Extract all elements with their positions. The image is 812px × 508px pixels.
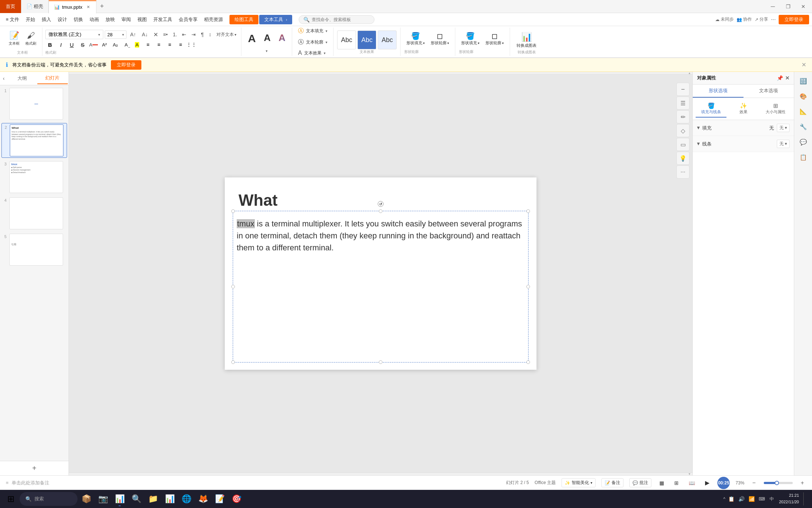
highlight-btn[interactable]: A: [132, 40, 142, 49]
notes-btn[interactable]: 📝备注: [601, 478, 624, 487]
shape-fill-2-btn[interactable]: 🪣 形状填充 ▾: [459, 30, 482, 47]
handle-tc[interactable]: [379, 209, 382, 213]
shape-outline-btn[interactable]: ◻ 形状轮廓 ▾: [428, 30, 451, 47]
menu-resources[interactable]: 稻壳资源: [201, 15, 226, 24]
taskbar-app-chart[interactable]: 📊: [162, 491, 178, 507]
toolbar-text-tab[interactable]: 文本工具 ›: [259, 15, 292, 24]
panel-tab-outline[interactable]: 大纲: [7, 73, 37, 84]
text-effect-btn[interactable]: A 文本效果 ▾: [296, 49, 330, 57]
indent-dec-btn[interactable]: ⇤: [180, 30, 188, 38]
canvas-icon-rect[interactable]: ▭: [676, 138, 689, 151]
text-style-medium-btn[interactable]: A: [261, 31, 274, 46]
superscript-btn[interactable]: A²: [100, 40, 109, 49]
slide-item-3[interactable]: 3 tmux ■ Split panes■ Session management…: [1, 160, 67, 194]
menu-devtools[interactable]: 开发工具: [150, 15, 175, 24]
tray-time[interactable]: 21:21 2022/11/20: [778, 492, 800, 505]
more-options-btn[interactable]: ···: [771, 16, 776, 23]
menu-transitions[interactable]: 切换: [71, 15, 86, 24]
right-panel-pin-btn[interactable]: 📌: [777, 75, 783, 81]
menu-design[interactable]: 设计: [55, 15, 70, 24]
taskbar-app-1[interactable]: 📦: [78, 491, 94, 507]
clear-format-btn[interactable]: ✕: [152, 30, 160, 39]
handle-mr[interactable]: [526, 285, 530, 288]
rotate-handle[interactable]: ↺: [378, 201, 384, 207]
notes-bar[interactable]: ≡ 单击此处添加备注 幻灯片 2 / 5 Office 主题 ✨智能美化▾ 📝备…: [0, 475, 812, 490]
italic-btn[interactable]: I: [56, 40, 66, 49]
far-icon-5[interactable]: 💬: [796, 135, 810, 149]
canvas-icon-minus[interactable]: −: [676, 83, 689, 96]
panel-nav-left[interactable]: ‹: [1, 74, 7, 83]
menu-slideshow[interactable]: 放映: [103, 15, 118, 24]
abc-style-2[interactable]: Abc: [357, 30, 376, 49]
tray-ime-icon[interactable]: 中: [768, 496, 775, 502]
align-center-btn[interactable]: ≡: [154, 40, 163, 49]
zoom-minus-btn[interactable]: −: [750, 479, 758, 487]
text-style-gradient-btn[interactable]: A: [276, 31, 288, 46]
format-painter-btn[interactable]: 🖌 格式刷: [23, 30, 38, 47]
taskbar-app-search2[interactable]: 🔍: [128, 491, 144, 507]
smart-beautify-btn[interactable]: ✨智能美化▾: [562, 478, 596, 487]
file-tab-close[interactable]: ✕: [85, 4, 91, 10]
home-tab[interactable]: 首页: [0, 0, 21, 13]
menu-review[interactable]: 审阅: [119, 15, 134, 24]
border-dropdown-arrow[interactable]: 无 ▾: [777, 140, 790, 148]
numbering-btn[interactable]: 1.: [171, 30, 179, 38]
view-normal-btn[interactable]: ▦: [657, 479, 666, 487]
slide-item-2[interactable]: 2 What tmux is a terminal multiplexer. I…: [1, 123, 67, 158]
convert-chart-btn[interactable]: 📊 转换成图表: [514, 30, 539, 50]
canvas-icon-bulb[interactable]: 💡: [676, 152, 689, 165]
notification-close-btn[interactable]: ✕: [801, 61, 806, 68]
strikethrough-btn[interactable]: S: [78, 40, 87, 49]
shape-options-tab[interactable]: 形状选项: [693, 85, 743, 98]
tray-desktop-btn[interactable]: [803, 492, 806, 505]
handle-ml[interactable]: [231, 285, 235, 288]
menu-vip[interactable]: 会员专享: [176, 15, 200, 24]
shape-outline-2-btn[interactable]: ◻ 形状轮廓 ▾: [483, 30, 506, 47]
taskbar-app-firefox[interactable]: 🦊: [195, 491, 211, 507]
tray-network-icon[interactable]: 📶: [748, 495, 756, 503]
start-btn[interactable]: ⊞: [3, 491, 19, 507]
size-properties-subtab[interactable]: ⊞ 大小与属性: [760, 100, 791, 118]
new-tab-btn[interactable]: +: [96, 1, 107, 12]
win-min-btn[interactable]: ─: [766, 1, 780, 12]
bold-btn[interactable]: B: [45, 40, 55, 49]
tray-expand-btn[interactable]: ^: [723, 496, 725, 501]
char-spacing-btn[interactable]: A↔: [121, 40, 131, 49]
toolbar-drawing-tab[interactable]: 绘图工具: [229, 15, 258, 24]
font-color-btn[interactable]: A: [89, 40, 98, 49]
canvas-icon-pen[interactable]: ✏: [676, 110, 689, 123]
login-btn-header[interactable]: 立即登录: [779, 15, 809, 24]
taskbar-app-wps[interactable]: 📊: [112, 491, 128, 507]
textbox-btn[interactable]: 📝 文本框: [7, 30, 22, 47]
far-icon-6[interactable]: 📋: [796, 150, 810, 164]
taskbar-app-2[interactable]: 📷: [95, 491, 111, 507]
handle-bl[interactable]: [231, 360, 235, 364]
underline-btn[interactable]: U: [67, 40, 76, 49]
view-grid-btn[interactable]: ⊞: [672, 479, 681, 487]
zoom-plus-btn[interactable]: +: [799, 479, 806, 487]
far-icon-2[interactable]: 🎨: [796, 89, 810, 103]
bullets-btn[interactable]: ≡•: [161, 30, 170, 38]
sync-btn[interactable]: ☁未同步: [715, 16, 734, 22]
far-icon-3[interactable]: 📐: [796, 105, 810, 118]
daoke-tab[interactable]: 📄 稻壳: [21, 0, 49, 13]
font-decrease-btn[interactable]: A↓: [140, 30, 150, 39]
canvas-scroll-area[interactable]: What ↺: [69, 75, 692, 472]
paragraph-btn[interactable]: ¶: [199, 30, 206, 38]
taskbar-app-game[interactable]: 🎯: [228, 491, 244, 507]
right-panel-close-btn[interactable]: ✕: [785, 75, 790, 81]
taskbar-app-folder[interactable]: 📁: [145, 491, 161, 507]
menu-file[interactable]: ≡ 文件: [3, 15, 22, 24]
fill-section-header[interactable]: ▶ 填充 无 无 ▾: [693, 120, 794, 136]
indent-inc-btn[interactable]: ⇥: [190, 30, 198, 38]
tray-keyboard-icon[interactable]: ⌨: [758, 495, 766, 503]
handle-bc[interactable]: [379, 360, 382, 364]
tray-wps-icon[interactable]: 📋: [728, 495, 736, 503]
abc-style-3[interactable]: Abc: [378, 30, 397, 49]
slide-item-5[interactable]: 5 引用: [1, 233, 67, 267]
justify-btn[interactable]: ≡: [176, 40, 185, 49]
shape-fill-btn[interactable]: 🪣 形状填充 ▾: [404, 30, 427, 47]
line-spacing-btn[interactable]: ↕: [207, 30, 213, 38]
taskbar-app-notes[interactable]: 📝: [212, 491, 228, 507]
align-text-btn[interactable]: 对齐文本▾: [215, 30, 238, 39]
